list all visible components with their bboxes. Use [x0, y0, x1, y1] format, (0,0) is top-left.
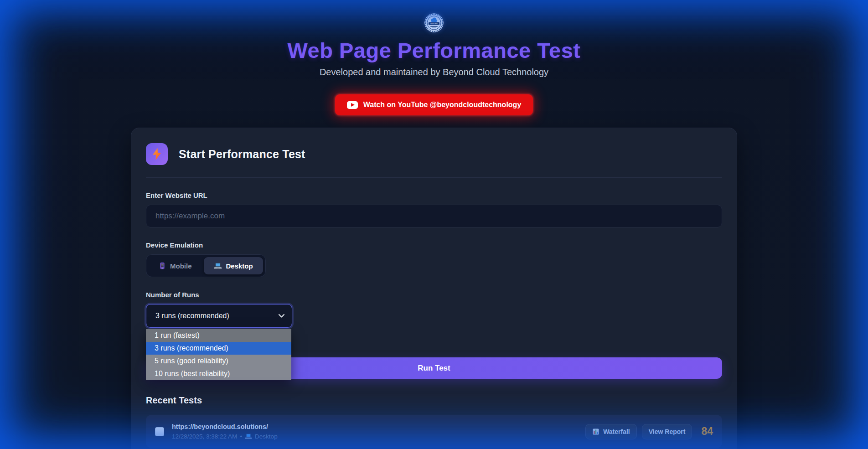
meta-separator: •: [240, 433, 242, 440]
watch-on-youtube-button[interactable]: Watch on YouTube @beyondcloudtechnology: [335, 94, 533, 115]
runs-option-10[interactable]: 10 runs (best reliability): [146, 367, 291, 380]
bar-chart-icon: [592, 428, 599, 435]
view-report-button[interactable]: View Report: [642, 424, 692, 439]
runs-dropdown: 1 run (fastest) 3 runs (recommended) 5 r…: [146, 329, 291, 380]
test-device: Desktop: [255, 433, 278, 440]
recent-tests-heading: Recent Tests: [146, 395, 722, 406]
page-subtitle: Developed and maintained by Beyond Cloud…: [320, 67, 548, 77]
device-option-desktop[interactable]: Desktop: [204, 257, 263, 274]
device-emulation-label: Device Emulation: [146, 241, 722, 249]
brand-logo: BEYOND: [424, 13, 444, 32]
device-toggle-group: Mobile Desktop: [146, 254, 266, 277]
test-meta: 12/28/2025, 3:38:22 AM • Desktop: [172, 433, 585, 440]
test-timestamp: 12/28/2025, 3:38:22 AM: [172, 433, 237, 440]
test-row-checkbox[interactable]: [155, 427, 164, 436]
waterfall-button[interactable]: Waterfall: [585, 424, 637, 439]
runs-option-1[interactable]: 1 run (fastest): [146, 329, 291, 342]
url-field-label: Enter Website URL: [146, 191, 722, 199]
laptop-icon: [245, 433, 252, 440]
runs-select[interactable]: 3 runs (recommended): [146, 304, 292, 328]
svg-text:BEYOND: BEYOND: [430, 23, 438, 25]
runs-field: 3 runs (recommended) 1 run (fastest) 3 r…: [146, 304, 292, 328]
number-of-runs-label: Number of Runs: [146, 291, 722, 299]
youtube-button-label: Watch on YouTube @beyondcloudtechnology: [363, 101, 522, 109]
device-mobile-label: Mobile: [170, 262, 192, 270]
waterfall-label: Waterfall: [603, 428, 630, 435]
device-desktop-label: Desktop: [226, 262, 253, 270]
test-url: https://beyondcloud.solutions/: [172, 423, 585, 430]
performance-test-card: Start Performance Test Enter Website URL…: [131, 128, 737, 449]
test-info: https://beyondcloud.solutions/ 12/28/202…: [172, 423, 585, 440]
runs-selected-value: 3 runs (recommended): [155, 312, 229, 320]
laptop-icon: [214, 262, 222, 270]
card-header: Start Performance Test: [146, 143, 722, 178]
row-actions: Waterfall View Report 84: [585, 424, 713, 439]
chevron-down-icon: [279, 314, 284, 318]
recent-test-row: https://beyondcloud.solutions/ 12/28/202…: [146, 415, 722, 448]
page-title: Web Page Performance Test: [288, 38, 581, 63]
runs-option-5[interactable]: 5 runs (good reliability): [146, 355, 291, 367]
runs-option-3[interactable]: 3 runs (recommended): [146, 342, 291, 355]
mobile-icon: [159, 262, 166, 269]
lightning-bolt-icon: [146, 143, 168, 165]
performance-score: 84: [701, 425, 713, 438]
card-title: Start Performance Test: [179, 148, 305, 161]
website-url-input[interactable]: [146, 205, 722, 227]
device-option-mobile[interactable]: Mobile: [149, 257, 202, 274]
youtube-play-icon: [347, 101, 358, 109]
view-report-label: View Report: [649, 428, 686, 435]
